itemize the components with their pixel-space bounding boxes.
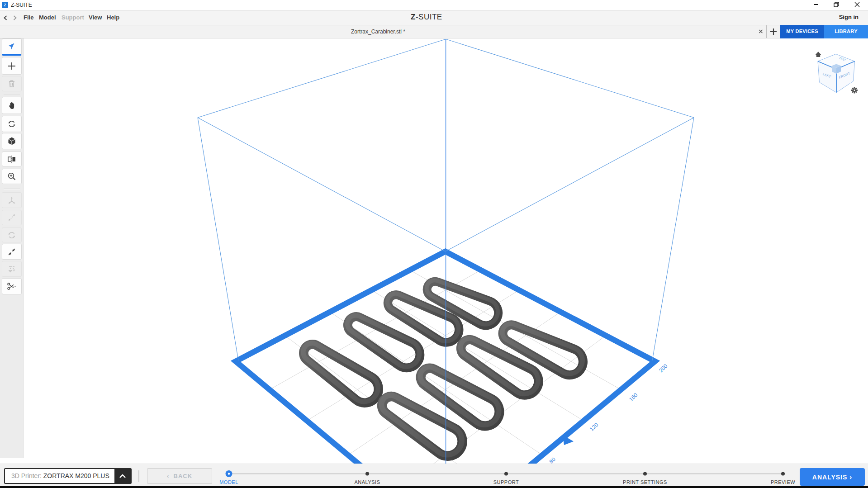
svg-text:PRINT SETTINGS: PRINT SETTINGS bbox=[623, 479, 667, 485]
svg-text:200: 200 bbox=[658, 363, 669, 374]
svg-text:MODEL: MODEL bbox=[219, 479, 238, 485]
svg-text:PREVIEW: PREVIEW bbox=[771, 479, 795, 485]
svg-text:120: 120 bbox=[588, 422, 599, 432]
svg-text:80: 80 bbox=[548, 456, 557, 464]
svg-text:160: 160 bbox=[628, 392, 639, 403]
svg-text:SUPPORT: SUPPORT bbox=[493, 479, 519, 485]
svg-text:ANALYSIS: ANALYSIS bbox=[355, 479, 380, 485]
